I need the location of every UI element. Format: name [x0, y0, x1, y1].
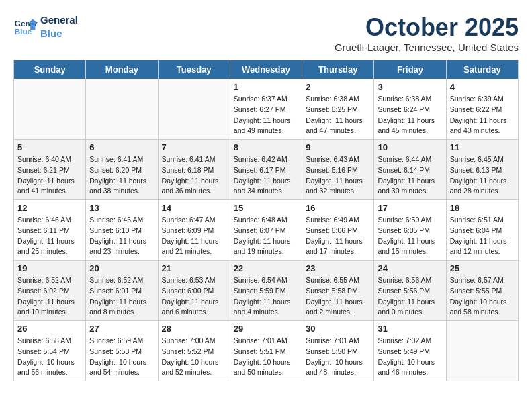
calendar-cell: 29Sunrise: 7:01 AM Sunset: 5:51 PM Dayli… — [230, 321, 302, 381]
day-number: 21 — [162, 263, 226, 273]
day-info: Sunrise: 6:44 AM Sunset: 6:14 PM Dayligh… — [378, 154, 442, 197]
day-info: Sunrise: 6:53 AM Sunset: 6:00 PM Dayligh… — [162, 275, 226, 318]
calendar-table: SundayMondayTuesdayWednesdayThursdayFrid… — [13, 60, 519, 381]
calendar-cell: 19Sunrise: 6:52 AM Sunset: 6:02 PM Dayli… — [14, 261, 86, 321]
calendar-cell: 16Sunrise: 6:49 AM Sunset: 6:06 PM Dayli… — [302, 200, 374, 261]
logo-icon: General Blue — [13, 17, 38, 36]
day-info: Sunrise: 7:01 AM Sunset: 5:51 PM Dayligh… — [234, 336, 298, 378]
day-number: 8 — [234, 142, 298, 152]
day-number: 9 — [306, 142, 370, 152]
location: Gruetli-Laager, Tennessee, United States — [335, 42, 519, 53]
day-number: 17 — [378, 203, 442, 213]
day-number: 13 — [89, 203, 154, 213]
day-number: 6 — [89, 142, 154, 152]
day-number: 22 — [234, 263, 298, 273]
day-info: Sunrise: 6:40 AM Sunset: 6:21 PM Dayligh… — [17, 154, 82, 197]
day-number: 30 — [306, 324, 370, 334]
day-number: 11 — [450, 142, 515, 152]
day-number: 16 — [306, 203, 370, 213]
day-info: Sunrise: 6:47 AM Sunset: 6:09 PM Dayligh… — [162, 215, 226, 257]
calendar-cell — [14, 79, 86, 140]
calendar-cell: 17Sunrise: 6:50 AM Sunset: 6:05 PM Dayli… — [374, 200, 446, 261]
day-info: Sunrise: 6:52 AM Sunset: 6:01 PM Dayligh… — [89, 275, 154, 318]
calendar-cell — [158, 79, 230, 140]
day-header-sunday: Sunday — [14, 60, 86, 79]
day-info: Sunrise: 6:50 AM Sunset: 6:05 PM Dayligh… — [378, 215, 442, 257]
calendar-cell: 15Sunrise: 6:48 AM Sunset: 6:07 PM Dayli… — [230, 200, 302, 261]
day-number: 12 — [17, 203, 82, 213]
calendar-week-4: 19Sunrise: 6:52 AM Sunset: 6:02 PM Dayli… — [14, 261, 519, 321]
calendar-cell: 27Sunrise: 6:59 AM Sunset: 5:53 PM Dayli… — [86, 321, 158, 381]
day-info: Sunrise: 7:00 AM Sunset: 5:52 PM Dayligh… — [162, 336, 226, 378]
calendar-cell: 18Sunrise: 6:51 AM Sunset: 6:04 PM Dayli… — [446, 200, 518, 261]
calendar-week-3: 12Sunrise: 6:46 AM Sunset: 6:11 PM Dayli… — [14, 200, 519, 261]
month-title: October 2025 — [335, 13, 519, 42]
day-info: Sunrise: 7:01 AM Sunset: 5:50 PM Dayligh… — [306, 336, 370, 378]
calendar-cell: 21Sunrise: 6:53 AM Sunset: 6:00 PM Dayli… — [158, 261, 230, 321]
calendar-cell: 12Sunrise: 6:46 AM Sunset: 6:11 PM Dayli… — [14, 200, 86, 261]
day-info: Sunrise: 6:41 AM Sunset: 6:18 PM Dayligh… — [162, 154, 226, 197]
day-info: Sunrise: 6:45 AM Sunset: 6:13 PM Dayligh… — [450, 154, 515, 197]
day-info: Sunrise: 6:56 AM Sunset: 5:56 PM Dayligh… — [378, 275, 442, 318]
calendar-cell: 9Sunrise: 6:43 AM Sunset: 6:16 PM Daylig… — [302, 140, 374, 200]
calendar-header-row: SundayMondayTuesdayWednesdayThursdayFrid… — [14, 60, 519, 79]
day-header-saturday: Saturday — [446, 60, 518, 79]
calendar-cell: 5Sunrise: 6:40 AM Sunset: 6:21 PM Daylig… — [14, 140, 86, 200]
day-info: Sunrise: 6:51 AM Sunset: 6:04 PM Dayligh… — [450, 215, 515, 257]
day-info: Sunrise: 6:38 AM Sunset: 6:24 PM Dayligh… — [378, 94, 442, 136]
calendar-cell: 8Sunrise: 6:42 AM Sunset: 6:17 PM Daylig… — [230, 140, 302, 200]
calendar-cell: 20Sunrise: 6:52 AM Sunset: 6:01 PM Dayli… — [86, 261, 158, 321]
calendar-cell: 23Sunrise: 6:55 AM Sunset: 5:58 PM Dayli… — [302, 261, 374, 321]
calendar-week-5: 26Sunrise: 6:58 AM Sunset: 5:54 PM Dayli… — [14, 321, 519, 381]
logo-subtext: Blue — [40, 27, 78, 40]
day-number: 19 — [17, 263, 82, 273]
calendar-cell: 3Sunrise: 6:38 AM Sunset: 6:24 PM Daylig… — [374, 79, 446, 140]
day-info: Sunrise: 6:49 AM Sunset: 6:06 PM Dayligh… — [306, 215, 370, 257]
calendar-cell: 6Sunrise: 6:41 AM Sunset: 6:20 PM Daylig… — [86, 140, 158, 200]
day-info: Sunrise: 6:48 AM Sunset: 6:07 PM Dayligh… — [234, 215, 298, 257]
day-info: Sunrise: 6:46 AM Sunset: 6:10 PM Dayligh… — [89, 215, 154, 257]
day-number: 27 — [89, 324, 154, 334]
day-number: 20 — [89, 263, 154, 273]
day-header-thursday: Thursday — [302, 60, 374, 79]
day-header-tuesday: Tuesday — [158, 60, 230, 79]
day-number: 23 — [306, 263, 370, 273]
day-number: 28 — [162, 324, 226, 334]
day-number: 26 — [17, 324, 82, 334]
day-number: 10 — [378, 142, 442, 152]
calendar-cell: 2Sunrise: 6:38 AM Sunset: 6:25 PM Daylig… — [302, 79, 374, 140]
day-number: 14 — [162, 203, 226, 213]
day-header-monday: Monday — [86, 60, 158, 79]
day-number: 4 — [450, 82, 515, 92]
calendar-cell: 1Sunrise: 6:37 AM Sunset: 6:27 PM Daylig… — [230, 79, 302, 140]
day-header-friday: Friday — [374, 60, 446, 79]
calendar-cell: 7Sunrise: 6:41 AM Sunset: 6:18 PM Daylig… — [158, 140, 230, 200]
day-info: Sunrise: 7:02 AM Sunset: 5:49 PM Dayligh… — [378, 336, 442, 378]
svg-text:Blue: Blue — [15, 26, 32, 35]
calendar-cell: 24Sunrise: 6:56 AM Sunset: 5:56 PM Dayli… — [374, 261, 446, 321]
day-number: 7 — [162, 142, 226, 152]
calendar-cell: 25Sunrise: 6:57 AM Sunset: 5:55 PM Dayli… — [446, 261, 518, 321]
calendar-cell: 13Sunrise: 6:46 AM Sunset: 6:10 PM Dayli… — [86, 200, 158, 261]
day-number: 15 — [234, 203, 298, 213]
page-header: General Blue General Blue October 2025 G… — [13, 13, 519, 53]
calendar-cell: 31Sunrise: 7:02 AM Sunset: 5:49 PM Dayli… — [374, 321, 446, 381]
day-info: Sunrise: 6:59 AM Sunset: 5:53 PM Dayligh… — [89, 336, 154, 378]
day-number: 3 — [378, 82, 442, 92]
day-number: 5 — [17, 142, 82, 152]
day-info: Sunrise: 6:46 AM Sunset: 6:11 PM Dayligh… — [17, 215, 82, 257]
calendar-week-2: 5Sunrise: 6:40 AM Sunset: 6:21 PM Daylig… — [14, 140, 519, 200]
calendar-cell — [86, 79, 158, 140]
day-info: Sunrise: 6:54 AM Sunset: 5:59 PM Dayligh… — [234, 275, 298, 318]
day-number: 2 — [306, 82, 370, 92]
calendar-cell: 28Sunrise: 7:00 AM Sunset: 5:52 PM Dayli… — [158, 321, 230, 381]
day-info: Sunrise: 6:52 AM Sunset: 6:02 PM Dayligh… — [17, 275, 82, 318]
calendar-cell: 14Sunrise: 6:47 AM Sunset: 6:09 PM Dayli… — [158, 200, 230, 261]
day-number: 29 — [234, 324, 298, 334]
day-number: 1 — [234, 82, 298, 92]
day-number: 18 — [450, 203, 515, 213]
day-header-wednesday: Wednesday — [230, 60, 302, 79]
day-number: 31 — [378, 324, 442, 334]
title-block: October 2025 Gruetli-Laager, Tennessee, … — [335, 13, 519, 53]
calendar-cell: 4Sunrise: 6:39 AM Sunset: 6:22 PM Daylig… — [446, 79, 518, 140]
